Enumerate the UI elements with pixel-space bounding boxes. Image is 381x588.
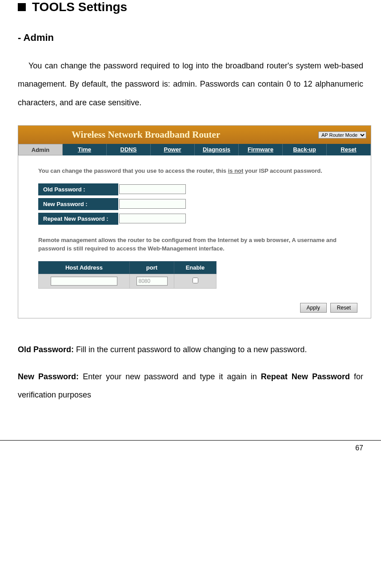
new-password-input[interactable] bbox=[119, 199, 186, 209]
enable-checkbox[interactable] bbox=[193, 278, 198, 283]
port-header: port bbox=[130, 261, 174, 274]
page-number: 67 bbox=[355, 444, 363, 452]
info-part2: your ISP account password. bbox=[243, 167, 322, 174]
port-input[interactable] bbox=[136, 277, 168, 286]
password-info-text: You can change the password that you use… bbox=[38, 167, 362, 175]
router-title: Wireless Network Broadband Router bbox=[72, 129, 220, 140]
host-header: Host Address bbox=[39, 261, 130, 274]
enable-header: Enable bbox=[174, 261, 217, 274]
page-footer: 67 bbox=[0, 440, 381, 461]
nav-power[interactable]: Power bbox=[151, 144, 195, 155]
intro-paragraph: You can change the password required to … bbox=[18, 57, 363, 112]
new-password-term: New Password: bbox=[18, 372, 79, 381]
old-password-input[interactable] bbox=[119, 184, 186, 194]
old-password-label: Old Password : bbox=[38, 183, 118, 195]
nav-backup[interactable]: Back-up bbox=[283, 144, 327, 155]
bullet-square-icon bbox=[18, 3, 26, 11]
nav-firmware[interactable]: Firmware bbox=[239, 144, 283, 155]
nav-bar: Admin Time DDNS Power Diagnosis Firmware… bbox=[18, 144, 371, 155]
old-password-row: Old Password : bbox=[38, 183, 362, 195]
nav-reset[interactable]: Reset bbox=[327, 144, 371, 155]
sub-heading: - Admin bbox=[18, 32, 363, 44]
button-row: Apply Reset bbox=[18, 298, 371, 318]
info-underline: is not bbox=[228, 167, 244, 174]
remote-management-table: Host Address port Enable bbox=[38, 261, 217, 289]
remote-info-text: Remote management allows the router to b… bbox=[38, 236, 362, 253]
repeat-term: Repeat New Password bbox=[261, 372, 350, 381]
old-password-definition: Old Password: Fill in the current passwo… bbox=[18, 341, 363, 359]
repeat-password-row: Repeat New Password : bbox=[38, 213, 362, 225]
apply-button[interactable]: Apply bbox=[300, 303, 327, 313]
old-password-term: Old Password: bbox=[18, 345, 74, 354]
table-row bbox=[39, 274, 217, 288]
new-password-label: New Password : bbox=[38, 198, 118, 210]
info-part1: You can change the password that you use… bbox=[38, 167, 228, 174]
mode-select[interactable]: AP Router Mode bbox=[318, 131, 366, 139]
nav-time[interactable]: Time bbox=[63, 144, 107, 155]
new-password-desc: Enter your new password and type it agai… bbox=[79, 372, 261, 381]
router-ui-screenshot: Wireless Network Broadband Router AP Rou… bbox=[18, 125, 371, 318]
nav-ddns[interactable]: DDNS bbox=[107, 144, 151, 155]
new-password-row: New Password : bbox=[38, 198, 362, 210]
password-fields: Old Password : New Password : Repeat New… bbox=[38, 183, 362, 225]
reset-button[interactable]: Reset bbox=[330, 303, 357, 313]
nav-admin[interactable]: Admin bbox=[18, 144, 63, 155]
heading-text: TOOLS Settings bbox=[32, 0, 127, 14]
old-password-desc: Fill in the current password to allow ch… bbox=[74, 345, 307, 354]
host-address-input[interactable] bbox=[51, 277, 117, 286]
content-area: You can change the password that you use… bbox=[18, 155, 371, 298]
repeat-password-label: Repeat New Password : bbox=[38, 213, 118, 225]
main-heading: TOOLS Settings bbox=[18, 0, 363, 14]
nav-diagnosis[interactable]: Diagnosis bbox=[195, 144, 239, 155]
router-header: Wireless Network Broadband Router AP Rou… bbox=[18, 126, 371, 144]
repeat-password-input[interactable] bbox=[119, 214, 186, 223]
new-password-definition: New Password: Enter your new password an… bbox=[18, 368, 363, 405]
